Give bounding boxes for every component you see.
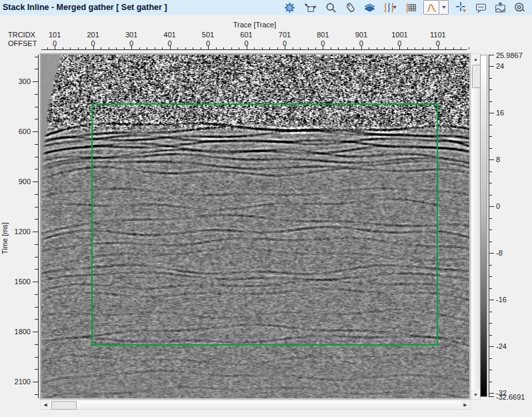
export-image-icon	[495, 2, 506, 13]
time-axis-label: Time [ms]	[1, 218, 9, 258]
wiggle-trace-display-dropdown[interactable]	[391, 1, 398, 13]
measure-button[interactable]	[513, 1, 526, 14]
time-tick-label: 1800	[11, 328, 31, 336]
colorbar-tick-label: 8	[496, 155, 500, 163]
trace-table-button[interactable]	[404, 1, 417, 14]
horizontal-scrollbar[interactable]: ◀ ▶	[40, 400, 471, 410]
histogram-curve-icon	[426, 2, 437, 13]
histogram-display-button[interactable]	[423, 0, 439, 15]
selection-rectangle[interactable]	[91, 103, 438, 346]
colorbar-tick-label: 24	[496, 62, 504, 70]
trace-axis-line	[41, 49, 467, 50]
amplitude-colorbar	[480, 55, 487, 397]
time-tick-label: 1500	[11, 278, 31, 286]
histogram-display-dropdown[interactable]	[439, 0, 449, 15]
time-tick-label: 300	[11, 77, 31, 85]
mouse-icon	[345, 2, 356, 13]
layers-button[interactable]	[363, 1, 376, 14]
trcidx-value: 701	[270, 31, 299, 39]
scroll-right-icon: ▶	[463, 402, 467, 408]
colorbar-tick-label: -8	[496, 249, 503, 257]
scroll-up-button[interactable]: ▲	[471, 54, 480, 63]
colorbar-min-label: -32.6691	[496, 393, 525, 401]
trcidx-value: 601	[232, 31, 261, 39]
trcidx-value: 801	[308, 31, 337, 39]
scroll-up-icon: ▲	[473, 57, 478, 61]
colorbar-tick-label: -24	[496, 342, 507, 350]
horizontal-scroll-thumb[interactable]	[51, 401, 77, 410]
time-tick-label: 2100	[11, 378, 31, 386]
time-tick-label: 600	[11, 127, 31, 135]
seismic-viewer-window: Stack Inline - Merged gather [ Set gathe…	[0, 0, 532, 417]
zoom-box-select-dropdown[interactable]	[311, 1, 318, 13]
layers-icon	[364, 2, 375, 13]
vertical-scrollbar[interactable]: ▲ ▼	[471, 53, 481, 400]
colorbar-tick-label: -16	[496, 296, 507, 304]
export-image-button[interactable]	[493, 1, 507, 14]
colorbar-axis-line	[489, 55, 489, 397]
title-bar: Stack Inline - Merged gather [ Set gathe…	[0, 0, 532, 15]
colorbar-tick-label: 16	[496, 109, 504, 117]
comment-bubble-icon	[475, 2, 487, 13]
colorbar-max-label: 25.9867	[496, 51, 523, 59]
scroll-right-button[interactable]: ▶	[461, 400, 470, 409]
trcidx-value: 1101	[423, 31, 453, 39]
crosshair-pick-button[interactable]	[455, 1, 468, 14]
window-title: Stack Inline - Merged gather [ Set gathe…	[3, 0, 167, 15]
toolbar	[283, 0, 532, 15]
chevron-down-icon	[313, 6, 317, 9]
trcidx-value: 901	[347, 31, 376, 39]
trcidx-value: 401	[155, 31, 185, 39]
zoom-magnifier-button[interactable]	[324, 1, 337, 14]
scroll-left-icon: ◀	[43, 402, 47, 408]
scroll-down-icon: ▼	[473, 392, 478, 397]
magnifier-icon	[325, 2, 337, 13]
trace-table-icon	[405, 2, 417, 13]
time-tick-label: 900	[11, 177, 31, 185]
crosshair-icon	[456, 2, 467, 13]
scroll-down-button[interactable]: ▼	[471, 390, 480, 399]
trcidx-value: 301	[117, 31, 146, 39]
header-row-offset-label: OFFSET	[8, 39, 37, 47]
trace-axis-title: Trace [Trace]	[41, 21, 468, 29]
settings-button[interactable]	[283, 1, 296, 14]
chevron-down-icon	[442, 6, 446, 9]
trcidx-value: 101	[40, 31, 69, 39]
time-tick-label: 1200	[11, 228, 31, 236]
scroll-left-button[interactable]: ◀	[41, 400, 50, 409]
gear-icon	[284, 2, 295, 13]
trcidx-value: 1001	[385, 31, 414, 39]
trcidx-value: 201	[79, 31, 108, 39]
chevron-down-icon	[393, 6, 397, 9]
colorbar-tick-label: 0	[496, 202, 500, 210]
header-row-trcidx-label: TRCIDX	[8, 31, 35, 39]
trcidx-value: 501	[193, 31, 223, 39]
mouse-controls-button[interactable]	[343, 1, 357, 14]
comment-button[interactable]	[474, 1, 487, 14]
measure-tape-icon	[514, 2, 525, 13]
